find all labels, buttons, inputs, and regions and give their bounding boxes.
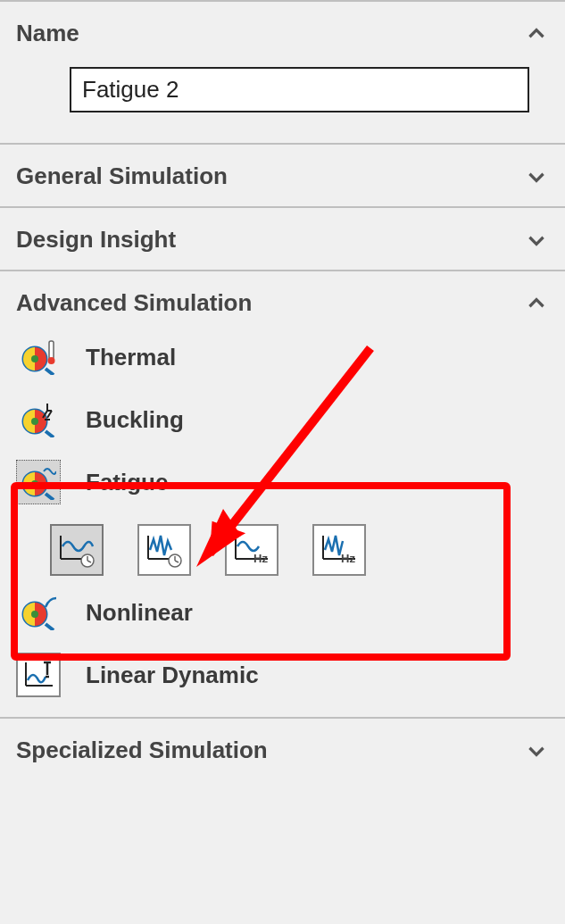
chevron-down-icon [524,228,549,253]
section-title-advanced: Advanced Simulation [16,289,252,317]
linear-dynamic-label: Linear Dynamic [86,662,259,689]
study-type-thermal[interactable]: Thermal [16,329,549,392]
nonlinear-label: Nonlinear [86,599,193,627]
advanced-sim-list: Thermal Buckling [16,317,549,701]
section-header-general[interactable]: General Simulation [16,162,549,190]
section-header-specialized[interactable]: Specialized Simulation [16,737,549,764]
section-design-insight: Design Insight [0,208,565,271]
svg-rect-3 [49,341,54,359]
section-specialized-simulation: Specialized Simulation [0,719,565,780]
fatigue-option-constant-amplitude[interactable] [50,524,104,576]
study-name-input[interactable] [70,67,529,112]
fatigue-option-harmonic[interactable]: Hz [225,524,278,576]
section-header-name[interactable]: Name [16,20,549,47]
section-title-design: Design Insight [16,226,176,254]
chevron-up-icon [524,21,549,46]
section-title-general: General Simulation [16,162,228,190]
section-name: Name [0,0,565,145]
buckling-icon [16,397,61,442]
svg-text:Hz: Hz [253,552,268,565]
fatigue-option-variable-amplitude[interactable] [137,524,191,576]
svg-text:Hz: Hz [341,552,355,565]
svg-line-2 [46,369,54,375]
section-header-advanced[interactable]: Advanced Simulation [16,289,549,317]
study-properties-panel: Name General Simulation Design Insight [0,0,565,780]
linear-dynamic-icon [16,653,61,697]
svg-line-10 [46,494,54,500]
section-advanced-simulation: Advanced Simulation [0,271,565,719]
svg-point-9 [31,480,38,487]
study-type-nonlinear[interactable]: Nonlinear [16,585,549,647]
buckling-label: Buckling [86,406,184,434]
study-type-buckling[interactable]: Buckling [16,392,549,454]
fatigue-sub-options: Hz Hz [16,517,549,585]
nonlinear-icon [16,590,61,635]
name-input-container [16,47,549,127]
section-title-specialized: Specialized Simulation [16,737,268,764]
section-header-design[interactable]: Design Insight [16,226,549,254]
chevron-up-icon [524,291,549,316]
svg-point-6 [31,418,38,425]
svg-point-1 [31,355,38,362]
thermal-icon [16,335,61,379]
fatigue-option-random-vibration[interactable]: Hz [312,524,366,576]
thermal-label: Thermal [86,344,176,371]
svg-point-28 [31,611,38,618]
section-general-simulation: General Simulation [0,145,565,208]
study-type-fatigue[interactable]: Fatigue [16,454,549,517]
chevron-down-icon [524,164,549,189]
svg-line-29 [46,624,54,630]
chevron-down-icon [524,738,549,763]
study-type-linear-dynamic[interactable]: Linear Dynamic [16,647,549,701]
fatigue-label: Fatigue [86,469,168,496]
svg-point-4 [48,357,55,364]
svg-line-7 [46,431,54,437]
section-title-name: Name [16,20,79,47]
fatigue-icon [16,460,61,504]
